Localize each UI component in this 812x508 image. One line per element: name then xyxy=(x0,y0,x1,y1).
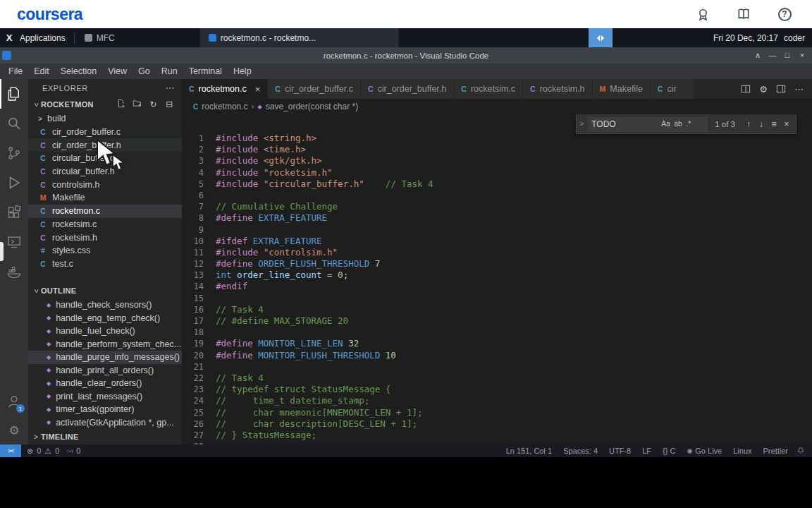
status-eol[interactable]: LF xyxy=(642,447,651,455)
outline-item[interactable]: ◆handle_perform_system_chec... xyxy=(28,338,182,351)
remote-indicator[interactable]: >< xyxy=(0,445,21,457)
menu-help[interactable]: Help xyxy=(228,66,257,76)
status-go-live[interactable]: ◉Go Live xyxy=(687,447,722,455)
taskbar-clock[interactable]: Fri 20 Dec, 20:17 xyxy=(713,33,778,43)
shade-button[interactable]: ∧ xyxy=(751,51,764,60)
find-in-selection-icon[interactable]: ≡ xyxy=(768,119,780,129)
menu-selection[interactable]: Selection xyxy=(55,66,102,76)
remote-explorer-icon[interactable] xyxy=(0,227,28,257)
coursera-logo[interactable]: coursera xyxy=(17,5,82,24)
warnings-icon: ⚠ xyxy=(44,447,51,456)
tab-cir_order_buffer.h[interactable]: Ccir_order_buffer.h xyxy=(361,79,454,99)
maximize-button[interactable]: □ xyxy=(781,51,794,60)
file-rocketsim.c[interactable]: Crocketsim.c xyxy=(28,218,182,231)
outline-item[interactable]: ◆handle_print_all_orders() xyxy=(28,364,182,377)
system-logo-icon[interactable]: X xyxy=(0,32,18,43)
new-folder-icon[interactable] xyxy=(132,99,142,110)
refresh-icon[interactable]: ↻ xyxy=(148,99,159,109)
file-Makefile[interactable]: MMakefile xyxy=(28,191,182,205)
outline-item[interactable]: ◆handle_check_sensors() xyxy=(28,298,182,312)
file-rocketsim.h[interactable]: Crocketsim.h xyxy=(28,231,182,244)
close-button[interactable]: × xyxy=(796,51,808,60)
source-control-icon[interactable] xyxy=(0,138,28,168)
outline-item[interactable]: ◆handle_clear_orders() xyxy=(28,377,182,390)
file-circular_buffer.h[interactable]: Ccircular_buffer.h xyxy=(28,165,182,179)
file-rocketmon.c[interactable]: Crocketmon.c xyxy=(28,205,182,218)
status-cursor-position[interactable]: Ln 151, Col 1 xyxy=(506,447,552,455)
minimize-button[interactable]: — xyxy=(766,51,779,60)
layout-icon[interactable] xyxy=(776,84,786,94)
section-outline[interactable]: > OUTLINE xyxy=(28,283,182,298)
section-rocketmon[interactable]: > ROCKETMON ↻ ⊟ xyxy=(28,97,182,112)
outline-item[interactable]: ◆handle_purge_info_messages() xyxy=(28,351,182,364)
screenshot-tool-button[interactable] xyxy=(589,28,613,47)
settings-gear-icon[interactable]: ⚙ xyxy=(0,416,28,445)
extensions-icon[interactable] xyxy=(0,198,28,227)
search-icon[interactable] xyxy=(0,109,28,138)
code-area[interactable]: > Aaab.* 1 of 3 ↑ ↓ ≡ × 1#include <strin… xyxy=(182,114,812,445)
regex-icon[interactable]: .* xyxy=(684,119,694,128)
run-and-debug-icon[interactable] xyxy=(0,168,28,198)
file-cir_order_buffer.c[interactable]: Ccir_order_buffer.c xyxy=(28,126,182,139)
tab-rocketmon.c[interactable]: Crocketmon.c× xyxy=(182,79,268,99)
taskbar-window-button[interactable]: rocketmon.c - rocketmo... xyxy=(200,28,399,47)
outline-item[interactable]: ◆activate(GtkApplication *, gp... xyxy=(28,416,182,430)
file-styles.css[interactable]: #styles.css xyxy=(28,244,182,258)
reader-icon[interactable] xyxy=(736,6,751,22)
file-controlsim.h[interactable]: Ccontrolsim.h xyxy=(28,178,182,191)
outline-item[interactable]: ◆handle_eng_temp_check() xyxy=(28,312,182,325)
applications-menu[interactable]: Applications xyxy=(18,33,73,43)
file-test.c[interactable]: Ctest.c xyxy=(28,258,182,271)
more-actions-icon[interactable]: ⋯ xyxy=(165,83,175,93)
notifications-bell-icon[interactable] xyxy=(796,447,812,455)
collapse-all-icon[interactable]: ⊟ xyxy=(164,99,175,109)
breadcrumb-file[interactable]: rocketmon.c xyxy=(202,102,247,111)
status-encoding[interactable]: UTF-8 xyxy=(609,447,631,455)
tab-rocketsim.c[interactable]: Crocketsim.c xyxy=(454,79,523,99)
settings-gear-icon[interactable]: ⚙ xyxy=(759,84,768,95)
close-icon[interactable]: × xyxy=(780,119,793,129)
status-language-mode[interactable]: {} C xyxy=(663,447,675,455)
outline-item[interactable]: ◆print_last_messages() xyxy=(28,390,182,404)
new-file-icon[interactable] xyxy=(116,99,126,110)
tab-cir_order_buffer.c[interactable]: Ccir_order_buffer.c xyxy=(268,79,361,99)
find-input[interactable] xyxy=(591,119,659,129)
tab-cir[interactable]: Ccir xyxy=(651,79,694,99)
status-prettier[interactable]: Prettier xyxy=(763,447,788,455)
tab-rocketsim.h[interactable]: Crocketsim.h xyxy=(523,79,593,99)
file-cir_order_buffer.h[interactable]: Ccir_order_buffer.h xyxy=(28,138,182,152)
status-os[interactable]: Linux xyxy=(733,447,751,455)
docker-icon[interactable] xyxy=(0,257,28,286)
toggle-replace-icon[interactable]: > xyxy=(577,114,586,133)
outline-item[interactable]: ◆handle_fuel_check() xyxy=(28,325,182,338)
close-icon[interactable]: × xyxy=(255,84,261,95)
breadcrumb-symbol[interactable]: save_order(const char *) xyxy=(266,102,358,111)
menu-run[interactable]: Run xyxy=(156,66,183,76)
previous-match-icon[interactable]: ↑ xyxy=(742,119,755,129)
account-icon[interactable]: 1 xyxy=(0,387,28,416)
whole-word-icon[interactable]: ab xyxy=(672,119,684,128)
menu-view[interactable]: View xyxy=(102,66,133,76)
file-build[interactable]: >build xyxy=(28,112,182,126)
explorer-icon[interactable] xyxy=(0,79,28,109)
more-actions-icon[interactable]: ⋯ xyxy=(794,84,804,95)
status-indentation[interactable]: Spaces: 4 xyxy=(563,447,598,455)
file-circular_buffer.c[interactable]: Ccircular_buffer.c xyxy=(28,152,182,165)
line-number: 19 xyxy=(182,338,216,349)
help-icon[interactable]: ? xyxy=(777,6,792,22)
menu-terminal[interactable]: Terminal xyxy=(183,66,228,76)
ports-indicator[interactable]: 0 xyxy=(66,447,80,455)
lab-panel-handle[interactable] xyxy=(0,242,4,261)
menu-file[interactable]: File xyxy=(3,66,28,76)
outline-item[interactable]: ◆timer_task(gpointer) xyxy=(28,403,182,416)
problems-indicator[interactable]: ⊗ 0 ⚠ 0 xyxy=(27,447,59,456)
next-match-icon[interactable]: ↓ xyxy=(755,119,768,129)
match-case-icon[interactable]: Aa xyxy=(659,119,672,128)
split-editor-icon[interactable] xyxy=(741,84,751,94)
section-timeline[interactable]: > TIMELINE xyxy=(28,429,182,445)
menu-edit[interactable]: Edit xyxy=(28,66,55,76)
tab-Makefile[interactable]: MMakefile xyxy=(593,79,651,99)
menu-go[interactable]: Go xyxy=(133,66,156,76)
achievement-icon[interactable] xyxy=(695,6,710,22)
taskbar-window-button[interactable]: MFC xyxy=(76,28,200,47)
